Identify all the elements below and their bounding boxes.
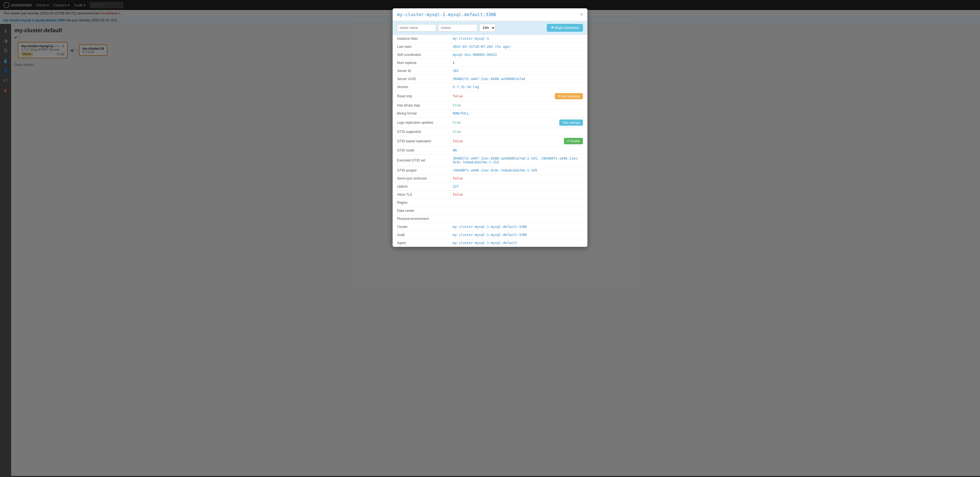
row-label: Binlog format — [393, 109, 448, 117]
row-label: Server UUID — [393, 75, 448, 83]
row-label: Allow TLS — [393, 191, 448, 199]
row-value: ROW/FULL — [448, 109, 587, 117]
row-value-num: 227 — [453, 185, 459, 189]
enable-gtid-button[interactable]: ✔ Enable — [564, 138, 583, 144]
row-label: Read only — [393, 91, 448, 101]
table-row: GTID purgedc96488f1-a446-11ec-9c9c-7e0ad… — [393, 166, 587, 174]
row-label: Audit — [393, 231, 448, 239]
row-label: GTID based replication — [393, 136, 448, 146]
downtime-bar: 10m 30m 1h 2h 4h 8h 24h ⚑ Begin downtime — [393, 21, 587, 35]
row-label: Data center — [393, 207, 448, 215]
row-label: GTID mode — [393, 146, 448, 155]
table-row: Physical environment — [393, 215, 587, 223]
row-label: Last seen — [393, 43, 448, 51]
table-row: Server UUID3048b731-a447-11ec-bb88-a2d4b… — [393, 75, 587, 83]
row-value: trueTake siblings — [448, 117, 587, 128]
take-siblings-button[interactable]: Take siblings — [559, 119, 583, 126]
row-label: Region — [393, 199, 448, 207]
row-value: my-cluster-mysql-1.mysql.default:3306 — [448, 231, 587, 239]
row-value-link: 2022-03-15T10:07:26Z (5s ago) — [453, 45, 511, 49]
row-value: false — [448, 191, 587, 199]
begin-downtime-button[interactable]: ⚑ Begin downtime — [547, 24, 583, 32]
row-value-link: 3048b731-a447-11ec-bb88-a2d4b061e7ad — [453, 77, 525, 81]
table-row: Allow TLSfalse — [393, 191, 587, 199]
table-row: GTID supportedtrue — [393, 128, 587, 136]
row-value-true: true — [453, 103, 461, 107]
row-value-link: ROW/FULL — [453, 111, 469, 116]
table-row: Num replicas1 — [393, 59, 587, 67]
row-value: false✔ Enable — [448, 136, 587, 146]
row-label: Agent — [393, 239, 448, 247]
table-row: Executed GTID set3048b731-a447-11ec-bb88… — [393, 155, 587, 166]
row-label: Cluster — [393, 223, 448, 231]
table-row: Auditmy-cluster-mysql-1.mysql.default:33… — [393, 231, 587, 239]
row-label: Uptime — [393, 182, 448, 191]
table-row: Region — [393, 199, 587, 207]
row-value-true: true — [453, 130, 461, 134]
table-row: Self coordinatesmysql-bin.000001:94432 — [393, 51, 587, 59]
row-value-link: mysql-bin.000001:94432 — [453, 53, 497, 57]
table-row: Clustermy-cluster-mysql-1.mysql.default:… — [393, 223, 587, 231]
table-row: Uptime227 — [393, 182, 587, 191]
row-value: 101 — [448, 67, 587, 75]
reason-input[interactable] — [438, 24, 477, 32]
table-row: GTID based replicationfalse✔ Enable — [393, 136, 587, 146]
row-label: Self coordinates — [393, 51, 448, 59]
row-value: ON — [448, 146, 587, 155]
row-value: 3048b731-a447-11ec-bb88-a2d4b061e7ad — [448, 75, 587, 83]
row-value-link: my-cluster-mysql-1.mysql.default:3306 — [453, 233, 527, 237]
modal-header: my-cluster-mysql-1.mysql.default:3306 × — [393, 8, 587, 21]
row-label: Physical environment — [393, 215, 448, 223]
row-value: 5.7.31-34-log — [448, 83, 587, 91]
row-label: Instance Alias — [393, 35, 448, 43]
row-label: Num replicas — [393, 59, 448, 67]
row-value-plain: 1 — [453, 61, 455, 65]
modal-close-button[interactable]: × — [580, 12, 583, 17]
row-value-false: false — [453, 94, 463, 98]
row-value-on: ON — [453, 149, 457, 152]
table-row: Binlog formatROW/FULL — [393, 109, 587, 117]
table-row: Data center — [393, 207, 587, 215]
row-label: Has binary logs — [393, 101, 448, 109]
row-value: my-cluster-mysql-1 — [448, 35, 587, 43]
modal-title: my-cluster-mysql-1.mysql.default:3306 — [397, 12, 496, 17]
row-value — [448, 207, 587, 215]
downtime-icon: ⚑ — [551, 26, 554, 30]
row-value: 1 — [448, 59, 587, 67]
row-label: Logs replication updates — [393, 117, 448, 128]
row-value-link: my-cluster-mysql-1 — [453, 37, 489, 41]
duration-select[interactable]: 10m 30m 1h 2h 4h 8h 24h — [479, 24, 496, 32]
row-value-true: true — [453, 120, 461, 125]
row-value: my-cluster-mysql-1.mysql.default:3306 — [448, 223, 587, 231]
row-label: Server ID — [393, 67, 448, 75]
info-table: Instance Aliasmy-cluster-mysql-1Last see… — [393, 35, 587, 247]
set-readonly-button[interactable]: 👁 Set read-only — [555, 93, 583, 99]
row-value-false: false — [453, 139, 463, 143]
row-value: mysql-bin.000001:94432 — [448, 51, 587, 59]
row-label: GTID purged — [393, 166, 448, 174]
row-value-link: 5.7.31-34-log — [453, 85, 479, 89]
table-row: Logs replication updatestrueTake sibling… — [393, 117, 587, 128]
table-row: Semi-sync enforcedfalse — [393, 174, 587, 182]
table-row: Has binary logstrue — [393, 101, 587, 109]
row-value — [448, 215, 587, 223]
row-value — [448, 199, 587, 207]
row-label: Executed GTID set — [393, 155, 448, 166]
table-row: Server ID101 — [393, 67, 587, 75]
modal: my-cluster-mysql-1.mysql.default:3306 × … — [393, 8, 587, 247]
table-row: Agentmy-cluster-mysql-1.mysql.default — [393, 239, 587, 247]
modal-overlay: my-cluster-mysql-1.mysql.default:3306 × … — [0, 0, 980, 476]
table-row: GTID modeON — [393, 146, 587, 155]
downtime-label: Begin downtime — [555, 26, 579, 30]
row-value-link: c96488f1-a446-11ec-9c9c-7e0adc6da74e:1-1… — [453, 168, 537, 172]
row-label: GTID supported — [393, 128, 448, 136]
row-value-link: my-cluster-mysql-1.mysql.default — [453, 241, 517, 245]
row-value-link: 101 — [453, 69, 459, 73]
row-value-false: false — [453, 193, 463, 197]
row-value: true — [448, 128, 587, 136]
table-row: Instance Aliasmy-cluster-mysql-1 — [393, 35, 587, 43]
owner-name-input[interactable] — [397, 24, 436, 32]
row-value: c96488f1-a446-11ec-9c9c-7e0adc6da74e:1-1… — [448, 166, 587, 174]
row-value: 227 — [448, 182, 587, 191]
row-value: my-cluster-mysql-1.mysql.default — [448, 239, 587, 247]
